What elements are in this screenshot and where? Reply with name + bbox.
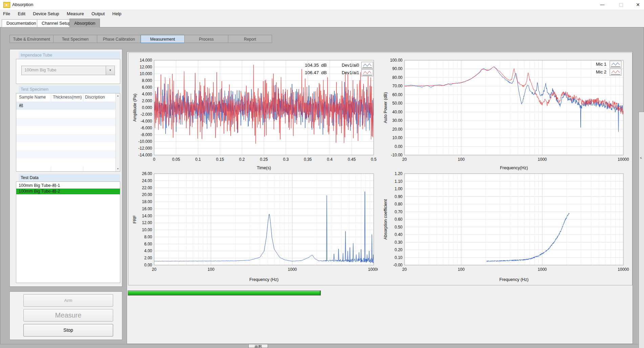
app-icon: ▶ xyxy=(3,2,10,8)
menu-item-device-setup[interactable]: Device Setup xyxy=(30,9,62,18)
impedance-tube-header: Impendace Tube xyxy=(19,51,120,59)
svg-text:10000: 10000 xyxy=(368,267,378,272)
test-data-header: Test Data xyxy=(19,174,120,181)
titlebar: ▶ Absorption — ✕ xyxy=(0,0,644,10)
subtab-test-specimen[interactable]: Test Specimen xyxy=(53,35,97,43)
subtab-phase-calibration[interactable]: Phase Calibration xyxy=(97,35,141,43)
impedance-tube-value: 100mm Big Tube xyxy=(24,68,57,72)
list-item[interactable]: 100mm Big Tube-棉-1 xyxy=(16,183,120,189)
svg-text:Absorption coefficient: Absorption coefficient xyxy=(383,199,388,240)
svg-text:16.00: 16.00 xyxy=(142,206,152,211)
svg-text:0.1: 0.1 xyxy=(195,157,201,162)
subtab-measurement[interactable]: Measurement xyxy=(141,35,185,43)
svg-text:0.50: 0.50 xyxy=(395,225,403,230)
menu-item-help[interactable]: Help xyxy=(109,9,125,18)
svg-text:0.30: 0.30 xyxy=(395,240,403,245)
svg-text:1.20: 1.20 xyxy=(395,171,403,176)
tab-absorption[interactable]: Absorption xyxy=(69,19,100,27)
svg-text:80.00: 80.00 xyxy=(392,75,402,80)
svg-text:0.4: 0.4 xyxy=(327,157,333,162)
arm-button[interactable]: Arm xyxy=(23,294,113,307)
chevron-down-icon[interactable]: ▼ xyxy=(106,66,115,75)
table-scrollbar[interactable]: ▲ ▼ xyxy=(116,93,120,171)
svg-text:18.00: 18.00 xyxy=(142,199,152,204)
table-row[interactable] xyxy=(16,134,116,142)
svg-text:100: 100 xyxy=(458,157,464,162)
svg-text:10.00: 10.00 xyxy=(142,227,152,232)
table-row[interactable]: 棉 xyxy=(16,102,116,110)
col-sample-name: Sample Name xyxy=(19,95,46,100)
scroll-up-icon[interactable]: ▲ xyxy=(116,93,120,98)
bottom-tab-draw[interactable]: 画图 xyxy=(248,344,268,348)
svg-text:60.00: 60.00 xyxy=(392,92,402,97)
minimize-button[interactable]: — xyxy=(595,0,610,9)
menu-item-edit[interactable]: Edit xyxy=(15,9,28,18)
svg-text:0.60: 0.60 xyxy=(395,217,403,222)
svg-text:0.15: 0.15 xyxy=(216,157,224,162)
svg-text:Amplitude (Pa): Amplitude (Pa) xyxy=(132,94,137,122)
svg-text:70.00: 70.00 xyxy=(392,84,402,88)
svg-text:0.20: 0.20 xyxy=(395,247,403,252)
maximize-button[interactable] xyxy=(613,0,629,9)
app-window: ▶ Absorption — ✕ File Edit Device Setup … xyxy=(0,0,644,348)
svg-text:0.2: 0.2 xyxy=(239,157,245,162)
svg-text:8.00: 8.00 xyxy=(144,235,152,239)
table-row[interactable] xyxy=(16,158,116,167)
svg-text:Mic 2: Mic 2 xyxy=(596,69,606,74)
subtab-process[interactable]: Process xyxy=(184,35,228,43)
svg-text:20.00: 20.00 xyxy=(142,192,152,197)
svg-text:40.00: 40.00 xyxy=(392,110,402,114)
table-row[interactable] xyxy=(16,110,116,118)
svg-text:2.00: 2.00 xyxy=(144,256,152,260)
subtab-tube-environment[interactable]: Tube & Environment xyxy=(9,35,54,43)
absorption-chart: 1.201.101.000.900.800.700.600.500.400.30… xyxy=(383,171,633,283)
svg-text:0.5: 0.5 xyxy=(371,157,377,162)
svg-text:50.00: 50.00 xyxy=(392,101,402,106)
svg-text:-14.000: -14.000 xyxy=(138,153,152,157)
progress-bar xyxy=(128,290,321,296)
measure-button[interactable]: Measure xyxy=(23,309,113,322)
table-row[interactable] xyxy=(16,118,116,126)
svg-text:0.80: 0.80 xyxy=(395,202,403,206)
menu-item-measure[interactable]: Measure xyxy=(64,9,87,18)
menu-item-output[interactable]: Output xyxy=(88,9,108,18)
bottom-strip xyxy=(0,344,644,348)
svg-text:4.000: 4.000 xyxy=(142,92,152,96)
tab-documentation[interactable]: Documentation xyxy=(2,19,41,27)
auto-power-chart: 100.0090.0080.0070.0060.0050.0040.0030.0… xyxy=(383,58,633,172)
test-data-list: 100mm Big Tube-棉-1 100mm Big Tube-棉-2 xyxy=(16,181,120,283)
test-specimen-table: Sample Name Thickness(mm) Discription 棉 … xyxy=(16,93,120,172)
table-header-row: Sample Name Thickness(mm) Discription xyxy=(16,93,116,102)
table-row[interactable] xyxy=(16,150,116,158)
svg-text:0: 0 xyxy=(153,157,155,162)
svg-text:100.00: 100.00 xyxy=(390,58,402,63)
svg-text:-10.000: -10.000 xyxy=(138,139,152,144)
svg-text:-10.00: -10.00 xyxy=(391,153,402,157)
scroll-down-icon[interactable]: ▼ xyxy=(116,167,120,171)
svg-text:10000: 10000 xyxy=(618,157,629,162)
subtab-report[interactable]: Report xyxy=(228,35,272,43)
svg-text:14.00: 14.00 xyxy=(142,214,152,218)
stop-button[interactable]: Stop xyxy=(23,324,113,336)
svg-text:dB: dB xyxy=(321,63,327,68)
svg-text:0.3: 0.3 xyxy=(283,157,289,162)
close-button[interactable]: ✕ xyxy=(630,0,644,9)
collapse-handle[interactable]: < xyxy=(639,112,644,348)
svg-text:Mic 1: Mic 1 xyxy=(596,62,606,67)
impedance-tube-select[interactable]: 100mm Big Tube ▼ xyxy=(21,66,115,75)
list-item-selected[interactable]: 100mm Big Tube-棉-2 xyxy=(16,189,120,194)
svg-text:1000: 1000 xyxy=(538,267,547,272)
svg-text:Frequency (Hz): Frequency (Hz) xyxy=(499,277,528,282)
maximize-icon xyxy=(619,3,623,7)
table-row[interactable] xyxy=(16,126,116,134)
test-specimen-header: Test Specimen xyxy=(19,86,120,93)
impedance-tube-group: 100mm Big Tube ▼ xyxy=(16,59,120,84)
menubar: File Edit Device Setup Measure Output He… xyxy=(0,9,644,19)
svg-text:20: 20 xyxy=(402,267,407,272)
svg-text:-4.000: -4.000 xyxy=(141,119,152,124)
table-row[interactable] xyxy=(16,142,116,150)
svg-text:10.000: 10.000 xyxy=(140,71,152,76)
menu-item-file[interactable]: File xyxy=(0,9,13,18)
svg-text:-2.000: -2.000 xyxy=(141,112,152,117)
time-waveform-chart: 14.00012.00010.0008.0006.0004.0002.0000.… xyxy=(132,58,378,172)
